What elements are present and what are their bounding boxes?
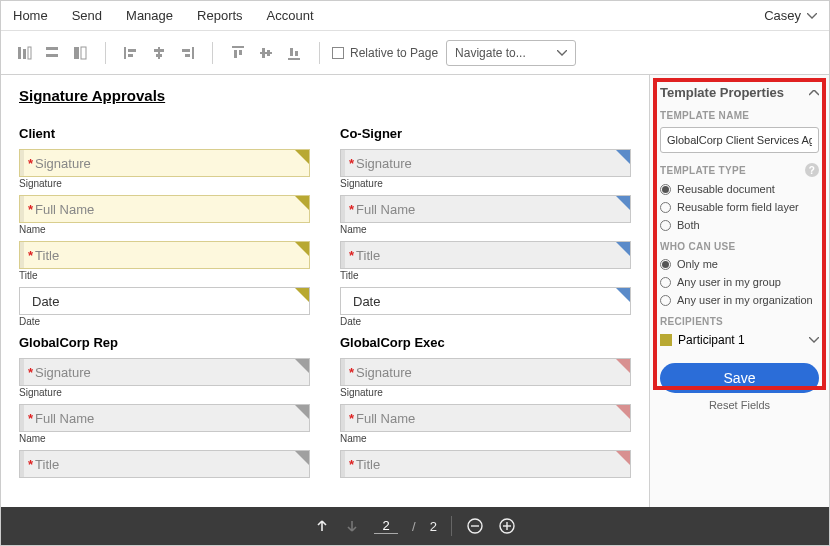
field-label: Name <box>340 433 631 444</box>
align-btn-3[interactable] <box>67 40 93 66</box>
chevron-down-icon <box>809 337 819 343</box>
required-asterisk: * <box>349 457 354 472</box>
form-field[interactable]: *Full NameName <box>19 195 310 235</box>
required-asterisk: * <box>349 202 354 217</box>
form-field[interactable]: *Full NameName <box>340 404 631 444</box>
svg-rect-21 <box>267 50 270 56</box>
user-menu[interactable]: Casey <box>764 8 817 23</box>
form-field[interactable]: *SignatureSignature <box>340 149 631 189</box>
nav-reports[interactable]: Reports <box>197 8 243 23</box>
align-group-2 <box>118 40 200 66</box>
field-label: Signature <box>19 387 310 398</box>
toolbar: Relative to Page Navigate to... <box>1 31 829 75</box>
form-field[interactable]: *Full NameName <box>19 404 310 444</box>
field-placeholder: Date <box>353 294 380 309</box>
group-title: Co-Signer <box>340 126 631 141</box>
form-field[interactable]: *Title <box>340 450 631 478</box>
who-my-group[interactable]: Any user in my group <box>660 276 819 288</box>
form-field[interactable]: DateDate <box>340 287 631 327</box>
form-field[interactable]: *SignatureSignature <box>340 358 631 398</box>
main-area: Signature Approvals Client*SignatureSign… <box>1 75 829 507</box>
svg-rect-12 <box>156 54 162 57</box>
who-my-org[interactable]: Any user in my organization <box>660 294 819 306</box>
type-reusable-document[interactable]: Reusable document <box>660 183 819 195</box>
navigate-to-dropdown[interactable]: Navigate to... <box>446 40 576 66</box>
template-name-input[interactable]: GlobalCorp Client Services Agreement <box>660 127 819 153</box>
template-name-label: TEMPLATE NAME <box>660 110 819 121</box>
field-placeholder: Signature <box>356 365 412 380</box>
svg-rect-13 <box>192 47 194 59</box>
svg-rect-7 <box>124 47 126 59</box>
form-field[interactable]: *SignatureSignature <box>19 358 310 398</box>
page-down-button[interactable] <box>344 518 360 534</box>
recipient-swatch <box>660 334 672 346</box>
align-top-btn[interactable] <box>225 40 251 66</box>
help-icon[interactable]: ? <box>805 163 819 177</box>
who-only-me[interactable]: Only me <box>660 258 819 270</box>
form-field[interactable]: *TitleTitle <box>19 241 310 281</box>
align-center-v-btn[interactable] <box>253 40 279 66</box>
user-name: Casey <box>764 8 801 23</box>
document-canvas[interactable]: Signature Approvals Client*SignatureSign… <box>1 75 649 507</box>
toolbar-separator <box>105 42 106 64</box>
align-left-btn[interactable] <box>118 40 144 66</box>
page-current-input[interactable] <box>374 518 398 534</box>
align-center-h-btn[interactable] <box>146 40 172 66</box>
type-both[interactable]: Both <box>660 219 819 231</box>
align-btn-1[interactable] <box>11 40 37 66</box>
required-asterisk: * <box>28 365 33 380</box>
panel-header[interactable]: Template Properties <box>660 85 819 100</box>
svg-rect-3 <box>46 47 58 50</box>
align-group-3 <box>225 40 307 66</box>
required-asterisk: * <box>28 248 33 263</box>
align-group-1 <box>11 40 93 66</box>
recipient-participant-1[interactable]: Participant 1 <box>660 333 819 347</box>
caret-down-icon <box>807 13 817 19</box>
nav-send[interactable]: Send <box>72 8 102 23</box>
relative-to-page-checkbox[interactable]: Relative to Page <box>332 46 438 60</box>
form-field[interactable]: *Full NameName <box>340 195 631 235</box>
type-reusable-form-field[interactable]: Reusable form field layer <box>660 201 819 213</box>
radio-icon <box>660 202 671 213</box>
nav-account[interactable]: Account <box>267 8 314 23</box>
field-label: Name <box>340 224 631 235</box>
align-right-btn[interactable] <box>174 40 200 66</box>
zoom-out-button[interactable] <box>466 517 484 535</box>
svg-rect-14 <box>182 49 190 52</box>
panel-title: Template Properties <box>660 85 784 100</box>
page-up-button[interactable] <box>314 518 330 534</box>
toolbar-separator <box>319 42 320 64</box>
svg-rect-22 <box>288 58 300 60</box>
save-button[interactable]: Save <box>660 363 819 393</box>
field-flag-icon <box>616 288 630 302</box>
zoom-in-button[interactable] <box>498 517 516 535</box>
field-label: Title <box>340 270 631 281</box>
align-btn-2[interactable] <box>39 40 65 66</box>
align-bottom-btn[interactable] <box>281 40 307 66</box>
form-field[interactable]: DateDate <box>19 287 310 327</box>
bottom-bar: / 2 <box>1 507 829 545</box>
form-field[interactable]: *TitleTitle <box>340 241 631 281</box>
field-placeholder: Title <box>356 457 380 472</box>
radio-icon <box>660 295 671 306</box>
field-flag-icon <box>616 196 630 210</box>
svg-rect-20 <box>262 48 265 58</box>
form-field[interactable]: *Title <box>19 450 310 478</box>
field-label: Date <box>19 316 310 327</box>
required-asterisk: * <box>349 411 354 426</box>
nav-home[interactable]: Home <box>13 8 48 23</box>
required-asterisk: * <box>349 156 354 171</box>
svg-rect-23 <box>290 48 293 56</box>
reset-fields-link[interactable]: Reset Fields <box>660 399 819 411</box>
svg-rect-2 <box>28 47 31 59</box>
field-label: Date <box>340 316 631 327</box>
nav-manage[interactable]: Manage <box>126 8 173 23</box>
field-placeholder: Title <box>35 248 59 263</box>
group-title: GlobalCorp Rep <box>19 335 310 350</box>
form-field[interactable]: *SignatureSignature <box>19 149 310 189</box>
svg-rect-1 <box>23 49 26 59</box>
field-placeholder: Signature <box>35 156 91 171</box>
radio-icon <box>660 220 671 231</box>
field-label: Signature <box>340 178 631 189</box>
field-flag-icon <box>616 359 630 373</box>
